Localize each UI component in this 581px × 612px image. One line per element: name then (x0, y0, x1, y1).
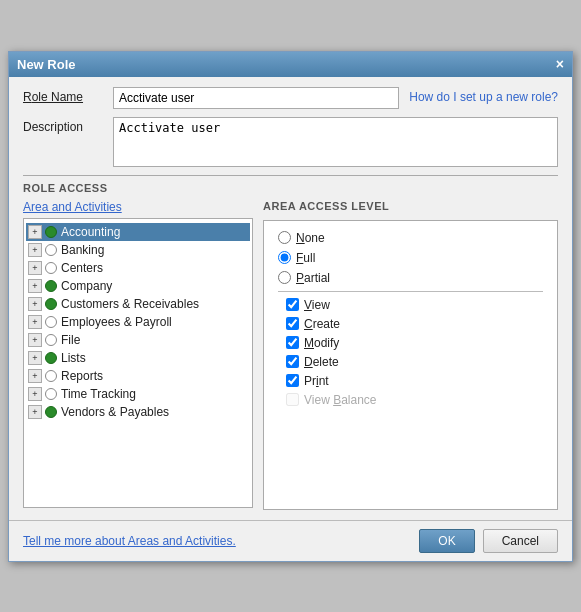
dot-vendors (45, 406, 57, 418)
dot-centers (45, 262, 57, 274)
checkbox-print-label: Print (304, 374, 329, 388)
area-access-level-panel: AREA ACCESS LEVEL None Full (263, 200, 558, 510)
expand-centers[interactable]: + (28, 261, 42, 275)
dialog-footer: Tell me more about Areas and Activities.… (9, 520, 572, 561)
label-vendors: Vendors & Payables (61, 405, 169, 419)
expand-company[interactable]: + (28, 279, 42, 293)
checkbox-delete-row: Delete (286, 355, 543, 369)
area-activities-title: Area and Activities (23, 200, 253, 214)
access-box: None Full Partial (263, 220, 558, 510)
label-accounting: Accounting (61, 225, 120, 239)
expand-lists[interactable]: + (28, 351, 42, 365)
close-button[interactable]: × (556, 57, 564, 71)
checkbox-modify-row: Modify (286, 336, 543, 350)
checkbox-create[interactable] (286, 317, 299, 330)
checkbox-print-row: Print (286, 374, 543, 388)
access-level-title: AREA ACCESS LEVEL (263, 200, 558, 212)
role-access-area: Area and Activities + Accounting + Banki… (23, 200, 558, 510)
label-reports: Reports (61, 369, 103, 383)
checkbox-delete-label: Delete (304, 355, 339, 369)
tree-item-centers[interactable]: + Centers (26, 259, 250, 277)
tree-item-banking[interactable]: + Banking (26, 241, 250, 259)
label-time-tracking: Time Tracking (61, 387, 136, 401)
checkbox-view[interactable] (286, 298, 299, 311)
tell-me-more-link[interactable]: Tell me more about Areas and Activities. (23, 534, 236, 548)
checkbox-print[interactable] (286, 374, 299, 387)
description-input[interactable]: Acctivate user (113, 117, 558, 167)
tree-item-reports[interactable]: + Reports (26, 367, 250, 385)
dot-reports (45, 370, 57, 382)
dot-customers (45, 298, 57, 310)
radio-none[interactable] (278, 231, 291, 244)
checkbox-modify-label: Modify (304, 336, 339, 350)
tree-item-employees[interactable]: + Employees & Payroll (26, 313, 250, 331)
dot-accounting (45, 226, 57, 238)
checkbox-view-row: View (286, 298, 543, 312)
dialog-body: Role Name How do I set up a new role? De… (9, 77, 572, 520)
tree-item-file[interactable]: + File (26, 331, 250, 349)
label-file: File (61, 333, 80, 347)
tree-item-customers[interactable]: + Customers & Receivables (26, 295, 250, 313)
description-row: Description Acctivate user (23, 117, 558, 167)
role-access-header: ROLE ACCESS (23, 175, 558, 194)
footer-buttons: OK Cancel (419, 529, 558, 553)
checkbox-view-balance[interactable] (286, 393, 299, 406)
radio-partial[interactable] (278, 271, 291, 284)
expand-vendors[interactable]: + (28, 405, 42, 419)
divider (278, 291, 543, 292)
checkbox-create-label: Create (304, 317, 340, 331)
label-banking: Banking (61, 243, 104, 257)
dot-banking (45, 244, 57, 256)
expand-time-tracking[interactable]: + (28, 387, 42, 401)
checkbox-view-label: View (304, 298, 330, 312)
checkbox-view-balance-label: View Balance (304, 393, 377, 407)
new-role-dialog: New Role × Role Name How do I set up a n… (8, 51, 573, 562)
radio-none-label: None (296, 231, 325, 245)
radio-none-row: None (278, 231, 543, 245)
dot-file (45, 334, 57, 346)
tree-item-accounting[interactable]: + Accounting (26, 223, 250, 241)
expand-customers[interactable]: + (28, 297, 42, 311)
ok-button[interactable]: OK (419, 529, 474, 553)
expand-accounting[interactable]: + (28, 225, 42, 239)
expand-file[interactable]: + (28, 333, 42, 347)
tree-item-time-tracking[interactable]: + Time Tracking (26, 385, 250, 403)
radio-full-label: Full (296, 251, 315, 265)
dot-lists (45, 352, 57, 364)
help-link[interactable]: How do I set up a new role? (409, 87, 558, 104)
expand-employees[interactable]: + (28, 315, 42, 329)
label-employees: Employees & Payroll (61, 315, 172, 329)
label-customers: Customers & Receivables (61, 297, 199, 311)
checkbox-delete[interactable] (286, 355, 299, 368)
expand-banking[interactable]: + (28, 243, 42, 257)
area-activities-panel: Area and Activities + Accounting + Banki… (23, 200, 253, 510)
tree-item-lists[interactable]: + Lists (26, 349, 250, 367)
role-name-label: Role Name (23, 87, 113, 104)
dialog-title: New Role (17, 57, 76, 72)
radio-partial-row: Partial (278, 271, 543, 285)
cancel-button[interactable]: Cancel (483, 529, 558, 553)
checkbox-view-balance-row: View Balance (286, 393, 543, 407)
label-company: Company (61, 279, 112, 293)
tree-item-vendors[interactable]: + Vendors & Payables (26, 403, 250, 421)
title-bar: New Role × (9, 52, 572, 77)
tree-item-company[interactable]: + Company (26, 277, 250, 295)
radio-full-row: Full (278, 251, 543, 265)
expand-reports[interactable]: + (28, 369, 42, 383)
checkbox-create-row: Create (286, 317, 543, 331)
radio-partial-label: Partial (296, 271, 330, 285)
dot-company (45, 280, 57, 292)
radio-full[interactable] (278, 251, 291, 264)
role-name-row: Role Name How do I set up a new role? (23, 87, 558, 109)
tree-container: + Accounting + Banking + Centers (23, 218, 253, 508)
dot-time-tracking (45, 388, 57, 400)
role-name-input[interactable] (113, 87, 399, 109)
label-centers: Centers (61, 261, 103, 275)
label-lists: Lists (61, 351, 86, 365)
checkbox-modify[interactable] (286, 336, 299, 349)
description-label: Description (23, 117, 113, 134)
dot-employees (45, 316, 57, 328)
